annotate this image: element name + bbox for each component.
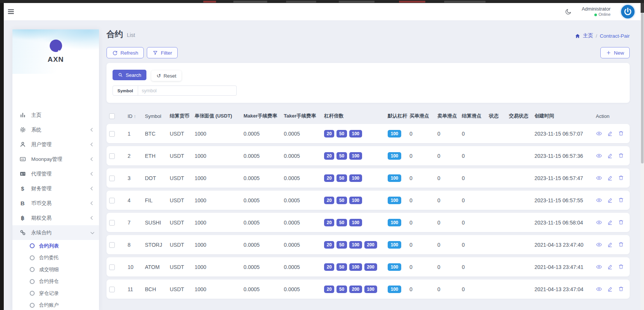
- pencil-icon: [607, 153, 613, 159]
- background-text-fragment: [233, 1, 267, 3]
- edit-button[interactable]: [607, 175, 613, 181]
- default-leverage-badge: 100: [388, 174, 401, 182]
- filter-button[interactable]: Filter: [147, 47, 178, 58]
- page-scrollbar[interactable]: [641, 3, 644, 310]
- sidebar-item-icon: [19, 127, 26, 133]
- sidebar-menu-item[interactable]: Moonpay管理: [12, 152, 99, 166]
- scrollbar-thumb[interactable]: [641, 13, 644, 163]
- cell-maker-fee: 0.0005: [241, 264, 282, 270]
- delete-button[interactable]: [618, 153, 624, 159]
- sidebar-menu-item[interactable]: 代理管理: [12, 166, 99, 181]
- sidebar-submenu-item[interactable]: 成交明细: [12, 264, 99, 276]
- cell-buy-slippage: 0: [407, 153, 435, 159]
- new-button[interactable]: New: [600, 47, 630, 58]
- cell-currency: USDT: [167, 131, 192, 137]
- edit-button[interactable]: [607, 286, 613, 292]
- search-button[interactable]: Search: [113, 70, 146, 80]
- cell-maker-fee: 0.0005: [241, 153, 282, 159]
- sidebar-submenu-item[interactable]: 穿仓记录: [12, 287, 99, 299]
- sidebar-menu-item[interactable]: 永续合约: [12, 225, 99, 240]
- edit-button[interactable]: [607, 197, 613, 203]
- sidebar-menu-item[interactable]: B 币币交易: [12, 196, 99, 211]
- view-button[interactable]: [596, 286, 602, 292]
- sidebar-menu-item[interactable]: 主页: [12, 108, 99, 122]
- delete-button[interactable]: [618, 197, 624, 203]
- view-button[interactable]: [596, 153, 602, 159]
- cell-sell-slippage: 0: [435, 197, 460, 203]
- delete-button[interactable]: [618, 241, 624, 248]
- breadcrumb-home-link[interactable]: 主页: [583, 32, 593, 39]
- cell-created-at: 2023-11-15 06:57:55: [532, 197, 594, 203]
- view-button[interactable]: [596, 219, 602, 226]
- delete-button[interactable]: [618, 264, 624, 270]
- reset-button[interactable]: ↺ Reset: [151, 70, 182, 81]
- edit-button[interactable]: [607, 153, 613, 159]
- sidebar-submenu-item[interactable]: 合约委托: [12, 252, 99, 264]
- cell-face-value: 1000: [192, 264, 241, 270]
- trash-icon: [618, 130, 624, 136]
- eye-icon: [596, 241, 602, 248]
- col-buy-slippage: 买单滑点: [407, 113, 435, 119]
- row-checkbox[interactable]: [109, 264, 115, 270]
- sidebar-menu-item[interactable]: 用户管理: [12, 137, 99, 152]
- delete-button[interactable]: [618, 286, 624, 292]
- user-name: Administrator: [582, 6, 611, 12]
- leverage-badge: 100: [364, 286, 377, 293]
- col-face-value: 单张面值 (USDT): [192, 113, 241, 119]
- cell-symbol: DOT: [143, 175, 167, 181]
- view-button[interactable]: [596, 197, 602, 203]
- delete-button[interactable]: [618, 130, 624, 137]
- col-settle-slippage: 结算滑点: [460, 113, 487, 119]
- row-checkbox[interactable]: [109, 153, 115, 159]
- search-panel: Search ↺ Reset Symbol: [107, 63, 630, 103]
- view-button[interactable]: [596, 175, 602, 181]
- view-button[interactable]: [596, 130, 602, 137]
- cell-leverage-badges: 2050100200: [322, 241, 385, 249]
- view-button[interactable]: [596, 264, 602, 270]
- delete-button[interactable]: [618, 219, 624, 226]
- cell-actions: [594, 264, 627, 270]
- chevron-icon: [91, 187, 94, 191]
- cell-currency: USDT: [167, 197, 192, 203]
- row-checkbox[interactable]: [109, 242, 115, 248]
- background-text-fragment: [286, 1, 316, 3]
- cell-taker-fee: 0.0005: [282, 264, 322, 270]
- cell-buy-slippage: 0: [407, 264, 435, 270]
- cell-sell-slippage: 0: [435, 131, 460, 137]
- trash-icon: [618, 264, 624, 270]
- row-checkbox[interactable]: [109, 176, 115, 181]
- edit-button[interactable]: [607, 130, 613, 137]
- cell-actions: [594, 241, 627, 248]
- select-all-checkbox[interactable]: [109, 113, 115, 119]
- col-id[interactable]: ID↑: [125, 113, 143, 119]
- row-checkbox[interactable]: [109, 287, 115, 292]
- default-leverage-badge: 100: [388, 197, 401, 204]
- sidebar-submenu-item[interactable]: 合约列表: [12, 240, 99, 252]
- row-checkbox[interactable]: [109, 220, 115, 226]
- cell-actions: [594, 286, 627, 292]
- edit-button[interactable]: [607, 241, 613, 248]
- cell-id: 10: [125, 264, 143, 270]
- cell-created-at: 2023-11-15 06:57:36: [532, 153, 594, 159]
- sidebar-submenu-item[interactable]: 合约账户: [12, 299, 99, 310]
- view-button[interactable]: [596, 241, 602, 248]
- row-checkbox[interactable]: [109, 198, 115, 203]
- sidebar-item-label: 主页: [31, 112, 91, 119]
- sidebar-item-icon: [19, 171, 26, 177]
- row-checkbox[interactable]: [109, 131, 115, 137]
- sidebar-menu-item[interactable]: $ 财务管理: [12, 181, 99, 196]
- sidebar-menu-item[interactable]: 系统: [12, 122, 99, 137]
- cell-buy-slippage: 0: [407, 131, 435, 137]
- edit-button[interactable]: [607, 264, 613, 270]
- breadcrumb-current: Contract-Pair: [600, 33, 630, 39]
- sidebar-submenu-item[interactable]: 合约持仓: [12, 276, 99, 288]
- sidebar-menu-item[interactable]: ฿ 期权交易: [12, 211, 99, 225]
- user-avatar[interactable]: [620, 4, 635, 19]
- edit-button[interactable]: [607, 219, 613, 226]
- refresh-button[interactable]: Refresh: [107, 47, 144, 58]
- sidebar-toggle-button[interactable]: [8, 9, 14, 14]
- delete-button[interactable]: [618, 175, 624, 181]
- symbol-input[interactable]: [138, 86, 236, 95]
- chevron-icon: [91, 143, 94, 147]
- dark-mode-toggle[interactable]: [565, 8, 572, 15]
